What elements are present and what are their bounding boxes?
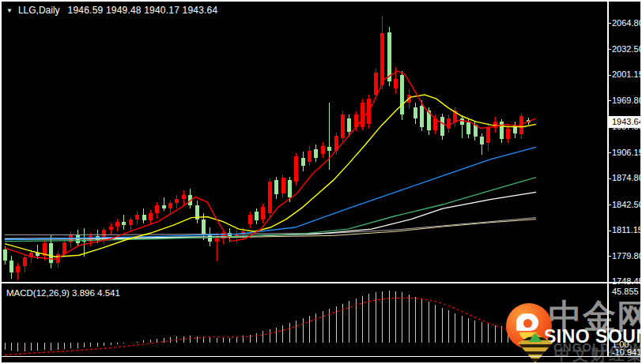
candle-body — [162, 205, 166, 208]
candle-body — [447, 118, 451, 128]
candle-body — [327, 147, 331, 150]
price-scale-divider[interactable] — [607, 2, 609, 357]
current-price-tag: 1943.64 — [608, 116, 642, 128]
ohlc-values: 1946.59 1949.48 1940.17 1943.64 — [68, 5, 218, 16]
macd-pane-bottom-border — [2, 356, 640, 357]
candle-body — [314, 149, 318, 158]
price-tick-label: 2032.50 — [612, 44, 642, 54]
candle-body — [155, 205, 159, 213]
candle-body — [109, 227, 113, 230]
price-tick-label: 1779.80 — [612, 251, 642, 261]
macd-scale-min: -10.941 — [612, 347, 641, 357]
candle-body — [294, 156, 298, 182]
candle-body — [248, 215, 252, 223]
candle-body — [301, 158, 305, 166]
candle-body — [506, 129, 510, 140]
price-tick-label: 1969.80 — [612, 96, 642, 106]
candle-body — [3, 250, 7, 261]
candle-body — [486, 128, 490, 144]
candle-body — [420, 106, 424, 127]
candle-body — [341, 114, 345, 138]
price-scale: 2064.802032.502001.151969.801937.501906.… — [612, 0, 642, 364]
chart-window[interactable]: ▼LLG,Daily1946.59 1949.48 1940.17 1943.6… — [0, 0, 642, 364]
candle-body — [374, 73, 378, 95]
candle-body — [474, 125, 478, 137]
macd-scale-max: 45.855 — [612, 287, 639, 296]
candle-body — [115, 222, 119, 227]
candle-body — [168, 203, 172, 208]
candle-body — [122, 222, 126, 225]
frame-top — [0, 0, 642, 2]
candle-body — [129, 220, 133, 225]
symbol-dropdown-icon[interactable]: ▼ — [6, 7, 13, 14]
candle-body — [135, 215, 139, 219]
price-tick-label: 2001.15 — [612, 69, 642, 80]
candle-body — [202, 220, 206, 236]
candle-body — [261, 207, 265, 220]
macd-indicator-label: MACD(12,26,9) 3.896 4.541 — [6, 288, 120, 298]
candle-body — [440, 117, 444, 136]
candle-body — [215, 238, 219, 242]
candle-body — [321, 146, 325, 153]
candle-body — [9, 261, 13, 273]
candle-body — [274, 180, 278, 194]
candle-body — [182, 195, 186, 199]
candle-body — [149, 213, 153, 220]
candle-body — [49, 243, 53, 263]
price-tick-label: 2064.80 — [612, 18, 642, 28]
candle-body — [281, 178, 285, 194]
price-tick-label: 1874.80 — [612, 173, 642, 183]
pane-separator[interactable] — [2, 282, 640, 283]
candle-body — [268, 182, 272, 213]
candle-body — [308, 151, 312, 163]
candle-body — [387, 32, 391, 81]
price-tick-label: 1906.15 — [612, 148, 642, 158]
candle-body — [460, 118, 464, 125]
candle-body — [466, 122, 470, 134]
macd-signal-line — [5, 298, 528, 355]
candle-body — [480, 137, 484, 144]
candle-body — [400, 75, 404, 114]
frame-left — [0, 0, 2, 364]
candle-body — [288, 180, 292, 197]
candle-body — [361, 103, 364, 126]
candle-body — [347, 118, 351, 132]
candle-body — [414, 107, 417, 119]
candle-body — [380, 33, 384, 84]
candle-body — [142, 215, 146, 220]
price-tick-label: 1811.15 — [612, 225, 642, 235]
symbol-timeframe: LLG,Daily — [18, 5, 60, 16]
candle-body — [16, 266, 20, 272]
chart-title: ▼LLG,Daily1946.59 1949.48 1940.17 1943.6… — [6, 5, 217, 16]
price-tick-label: 1842.50 — [612, 200, 642, 210]
candle-body — [394, 79, 398, 88]
candle-body — [255, 212, 259, 220]
candle-body — [23, 257, 27, 265]
chart-canvas[interactable] — [0, 0, 642, 364]
candle-body — [175, 199, 179, 203]
